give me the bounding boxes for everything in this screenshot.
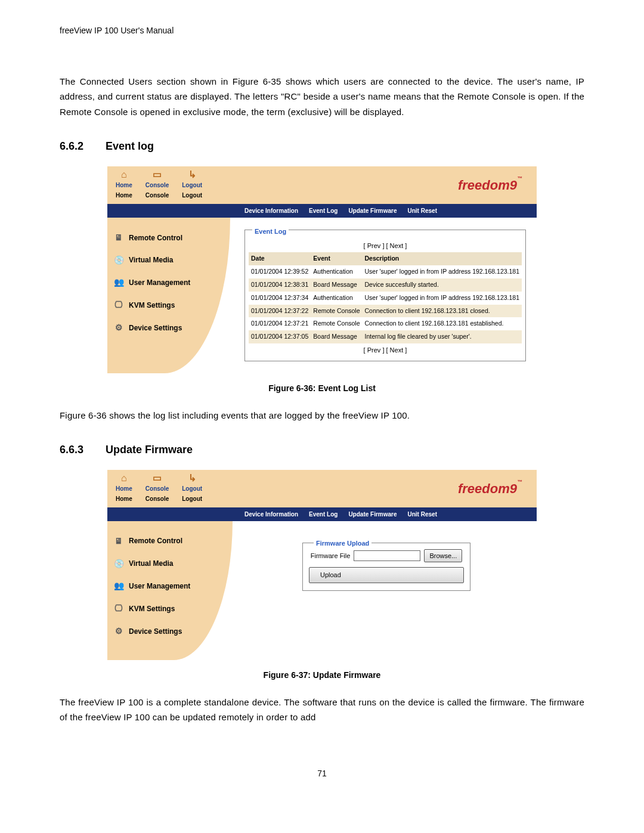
sidebar-item-label: KVM Settings [129,299,175,311]
screenshot-event-log: ⌂HomeHome▭ConsoleConsole↳LogoutLogout fr… [107,166,537,373]
page-number: 71 [60,767,584,781]
table-row: 01/01/2004 12:39:52AuthenticationUser 's… [249,265,522,278]
console-icon: ▭ [145,473,169,483]
tab-event-log[interactable]: Event Log [309,509,338,519]
table-row: 01/01/2004 12:37:22Remote ConsoleConnect… [249,305,522,318]
top-icon-console[interactable]: ▭ConsoleConsole [145,170,169,200]
cell-event: Board Message [311,278,362,292]
section-heading-event-log: 6.6.2 Event log [60,137,584,156]
cell-desc: Connection to client 192.168.123.181 est… [363,317,522,330]
cell-desc: Connection to client 192.168.123.181 clo… [363,305,522,318]
device-settings-icon: ⚙ [113,624,124,639]
cell-date: 01/01/2004 12:38:31 [249,278,311,292]
sidebar-item-label: Virtual Media [129,558,173,569]
trademark-icon: ™ [517,175,522,181]
sidebar: 🖥Remote Control💿Virtual Media👥User Manag… [107,218,230,373]
sidebar-item-label: Virtual Media [129,254,173,266]
tab-device-information[interactable]: Device Information [244,509,298,519]
sidebar-item-remote-control[interactable]: 🖥Remote Control [113,231,224,245]
cell-event: Authentication [311,292,362,305]
after-fig36-paragraph: Figure 6-36 shows the log list including… [60,408,584,423]
sidebar-item-remote-control[interactable]: 🖥Remote Control [113,534,227,549]
cell-desc: User 'super' logged in from IP address 1… [363,292,522,305]
sidebar-item-kvm-settings[interactable]: 🖵KVM Settings [113,602,227,616]
cell-desc: Internal log file cleared by user 'super… [363,330,522,343]
brand-logo: freedom9™ [458,174,528,196]
event-log-legend: Event Log [252,228,289,235]
kvm-settings-icon: 🖵 [113,602,124,616]
cell-date: 01/01/2004 12:37:05 [249,330,311,343]
col-desc: Description [363,252,522,265]
virtual-media-icon: 💿 [113,253,124,268]
cell-desc: Device succesfully started. [363,278,522,292]
sidebar-item-virtual-media[interactable]: 💿Virtual Media [113,253,224,268]
section-heading-update-firmware: 6.6.3 Update Firmware [60,441,584,459]
tab-update-firmware[interactable]: Update Firmware [348,206,397,216]
sidebar-item-device-settings[interactable]: ⚙Device Settings [113,624,227,639]
sidebar-item-label: Device Settings [129,625,182,637]
cell-date: 01/01/2004 12:37:22 [249,305,311,318]
firmware-upload-panel: Firmware Upload Firmware File Browse... … [302,543,470,591]
figure-caption-36: Figure 6-36: Event Log List [60,382,584,396]
home-icon: ⌂ [116,473,132,483]
cell-date: 01/01/2004 12:37:34 [249,292,311,305]
tab-bar: Device InformationEvent LogUpdate Firmwa… [107,507,537,521]
screenshot-header-bar: ⌂HomeHome▭ConsoleConsole↳LogoutLogout fr… [107,166,537,204]
cell-event: Remote Console [311,317,362,330]
sidebar-item-virtual-media[interactable]: 💿Virtual Media [113,557,227,571]
screenshot-update-firmware: ⌂HomeHome▭ConsoleConsole↳LogoutLogout fr… [107,470,537,660]
prev-link[interactable]: [ Prev ] [364,242,385,249]
screenshot-header-bar: ⌂HomeHome▭ConsoleConsole↳LogoutLogout fr… [107,470,537,507]
user-management-icon: 👥 [113,275,124,290]
sidebar-item-kvm-settings[interactable]: 🖵KVM Settings [113,298,224,312]
firmware-file-label: Firmware File [311,550,351,562]
event-log-panel: Event Log [ Prev ] [ Next ] Date Event D… [244,230,526,361]
cell-event: Remote Console [311,305,362,318]
console-icon: ▭ [145,170,169,179]
kvm-settings-icon: 🖵 [113,298,124,312]
logout-icon: ↳ [182,170,202,179]
next-link[interactable]: [ Next ] [386,242,407,249]
sidebar-item-label: User Management [129,277,190,289]
trademark-icon: ™ [517,479,522,485]
col-date: Date [249,252,311,265]
cell-event: Authentication [311,265,362,278]
table-row: 01/01/2004 12:37:34AuthenticationUser 's… [249,292,522,305]
top-icon-console[interactable]: ▭ConsoleConsole [145,473,169,504]
tab-event-log[interactable]: Event Log [309,206,338,216]
table-row: 01/01/2004 12:37:21Remote ConsoleConnect… [249,317,522,330]
next-link[interactable]: [ Next ] [386,346,407,354]
prev-link[interactable]: [ Prev ] [364,346,385,354]
virtual-media-icon: 💿 [113,557,124,571]
top-icon-home[interactable]: ⌂HomeHome [116,473,132,504]
after-fig37-paragraph: The freeView IP 100 is a complete standa… [60,695,584,725]
tab-device-information[interactable]: Device Information [244,206,298,216]
logout-icon: ↳ [182,473,202,483]
cell-event: Board Message [311,330,362,343]
tab-unit-reset[interactable]: Unit Reset [408,509,437,519]
cell-date: 01/01/2004 12:37:21 [249,317,311,330]
firmware-file-input[interactable] [354,550,420,561]
table-row: 01/01/2004 12:37:05Board MessageInternal… [249,330,522,343]
event-log-table: Date Event Description 01/01/2004 12:39:… [249,252,522,343]
upload-button[interactable]: Upload [309,567,464,583]
top-icon-logout[interactable]: ↳LogoutLogout [182,473,202,504]
sidebar-item-user-management[interactable]: 👥User Management [113,275,224,290]
sidebar-item-user-management[interactable]: 👥User Management [113,579,227,593]
cell-date: 01/01/2004 12:39:52 [249,265,311,278]
section-title: Update Firmware [106,444,193,456]
brand-logo: freedom9™ [458,478,528,500]
remote-control-icon: 🖥 [113,534,124,549]
intro-paragraph: The Connected Users section shown in Fig… [60,74,584,120]
sidebar-item-label: Remote Control [129,535,182,547]
browse-button[interactable]: Browse... [424,549,462,563]
top-icon-home[interactable]: ⌂HomeHome [116,170,132,200]
tab-unit-reset[interactable]: Unit Reset [408,206,437,216]
top-icon-logout[interactable]: ↳LogoutLogout [182,170,202,200]
user-management-icon: 👥 [113,579,124,593]
sidebar-item-device-settings[interactable]: ⚙Device Settings [113,321,224,335]
tab-update-firmware[interactable]: Update Firmware [348,509,397,519]
sidebar-item-label: Device Settings [129,322,182,334]
sidebar-item-label: User Management [129,580,190,592]
sidebar-item-label: KVM Settings [129,603,175,615]
